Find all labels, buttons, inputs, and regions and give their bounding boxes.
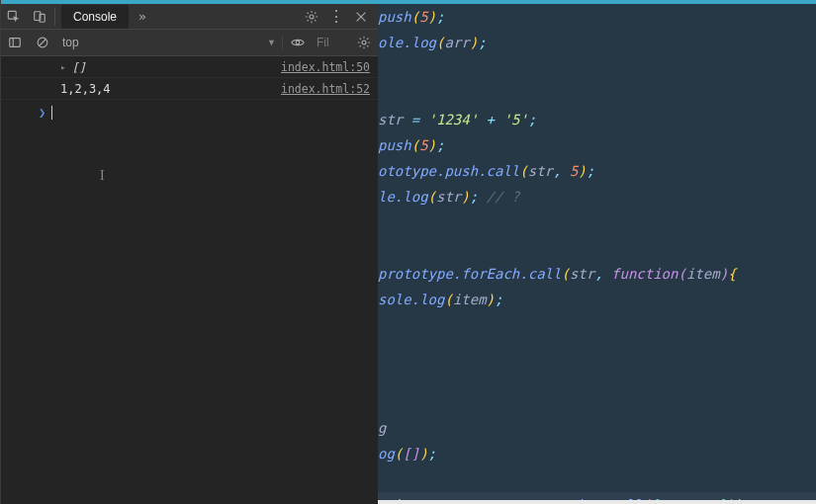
prompt-chevron-icon: ❯ (19, 106, 45, 120)
svg-rect-4 (10, 39, 21, 47)
source-link[interactable]: index.html:52 (281, 82, 370, 96)
devtools-panel: Console » ⋮ top ▼ (0, 0, 378, 504)
sidebar-toggle-icon[interactable] (1, 36, 29, 49)
code-line[interactable] (378, 210, 816, 235)
code-line[interactable] (378, 389, 816, 415)
bottom-edge (378, 500, 816, 504)
filter-input[interactable] (313, 36, 350, 49)
code-line[interactable]: push(5); (378, 4, 816, 30)
code-line[interactable]: push(5); (378, 132, 816, 158)
svg-point-8 (296, 41, 300, 44)
code-line[interactable] (378, 338, 816, 364)
ibeam-cursor-icon: I (100, 168, 105, 184)
close-icon[interactable] (354, 10, 368, 24)
expand-icon[interactable]: ▸ (60, 62, 65, 72)
code-line[interactable] (378, 81, 816, 107)
device-icon[interactable] (27, 10, 52, 24)
code-line[interactable] (378, 312, 816, 338)
context-selector[interactable]: top ▼ (56, 36, 283, 49)
text-caret (51, 106, 52, 120)
code-line[interactable] (378, 364, 816, 389)
svg-line-7 (40, 40, 46, 46)
code-line[interactable]: le.log(str); // ? (378, 184, 816, 210)
code-line[interactable]: og([]); (378, 441, 816, 466)
console-prompt[interactable]: ❯ (1, 100, 378, 122)
code-line[interactable]: prototype.forEach.call(str, function(ite… (378, 261, 816, 287)
separator (54, 8, 55, 26)
chevron-down-icon: ▼ (267, 38, 276, 47)
console-settings-icon[interactable] (350, 36, 378, 49)
inspect-icon[interactable] (1, 10, 27, 24)
code-line[interactable]: str = '1234' + '5'; (378, 107, 816, 132)
source-link[interactable]: index.html:50 (281, 60, 370, 74)
svg-point-3 (310, 14, 314, 18)
svg-point-9 (362, 41, 366, 44)
console-log-row[interactable]: 1,2,3,4 index.html:52 (1, 78, 378, 100)
code-line[interactable] (378, 235, 816, 261)
code-line[interactable]: ototype.push.call(str, 5); (378, 158, 816, 184)
tabs-overflow-icon[interactable]: » (129, 9, 156, 24)
code-line[interactable]: ole.log(arr); (378, 30, 816, 55)
code-line[interactable] (378, 466, 816, 492)
code-line[interactable]: sole.log(item); (378, 287, 816, 312)
devtools-tabbar: Console » ⋮ (1, 4, 378, 30)
log-value: [] (71, 60, 85, 74)
code-line[interactable] (378, 55, 816, 81)
code-editor[interactable]: push(5);ole.log(arr); str = '1234' + '5'… (378, 0, 816, 504)
tab-console[interactable]: Console (61, 5, 129, 29)
console-log-row[interactable]: ▸ [] index.html:50 (1, 56, 378, 78)
code-line[interactable]: g (378, 415, 816, 441)
gear-icon[interactable] (305, 10, 318, 24)
clear-console-icon[interactable] (29, 36, 56, 49)
log-value: 1,2,3,4 (19, 82, 111, 96)
live-expression-icon[interactable] (283, 36, 313, 49)
console-toolbar: top ▼ (1, 30, 378, 56)
context-label: top (62, 36, 79, 49)
kebab-icon[interactable]: ⋮ (328, 12, 344, 22)
console-output: ▸ [] index.html:50 1,2,3,4 index.html:52… (1, 56, 378, 504)
